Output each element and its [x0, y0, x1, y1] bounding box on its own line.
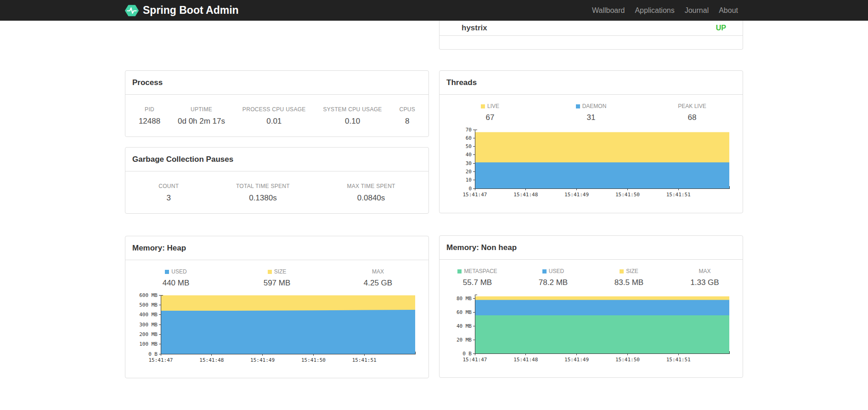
svg-text:15:41:48: 15:41:48 [199, 357, 224, 363]
svg-text:15:41:51: 15:41:51 [666, 192, 691, 198]
legend-item-used: USED 78.2 MB [515, 268, 591, 287]
svg-text:80 MB: 80 MB [457, 296, 472, 302]
svg-text:300 MB: 300 MB [139, 322, 158, 328]
stat-gc-total-time: TOTAL TIME SPENT 0.1380s [236, 183, 290, 203]
process-stats: PID 12488 UPTIME 0d 0h 2m 17s PROCESS CP… [125, 95, 428, 137]
svg-text:50: 50 [466, 143, 472, 149]
health-card: hystrix UP [439, 21, 743, 50]
threads-legend: LIVE 67 DAEMON 31 PEAK LIVE 6 [440, 103, 743, 122]
heap-legend: USED 440 MB SIZE 597 MB MAX 4 [125, 268, 428, 288]
gc-stats: COUNT 3 TOTAL TIME SPENT 0.1380s MAX TIM… [125, 171, 428, 214]
card-title: Garbage Collection Pauses [132, 155, 233, 164]
main-content: Process PID 12488 UPTIME 0d 0h 2m 17s PR… [125, 21, 743, 378]
legend-color-swatch [542, 269, 547, 273]
svg-text:0 B: 0 B [148, 351, 158, 357]
svg-text:15:41:47: 15:41:47 [463, 192, 487, 198]
brand-logo-icon [125, 4, 139, 17]
legend-item-peak-live: PEAK LIVE 68 [642, 103, 743, 122]
health-row-hystrix: hystrix UP [440, 21, 743, 36]
card-title: Memory: Non heap [446, 243, 517, 252]
svg-text:15:41:50: 15:41:50 [615, 192, 640, 198]
status-badge: UP [716, 24, 726, 32]
card-title: Memory: Heap [132, 244, 186, 253]
svg-text:500 MB: 500 MB [139, 302, 158, 308]
brand-title: Spring Boot Admin [143, 4, 239, 17]
legend-color-swatch [268, 270, 272, 274]
card-title: Process [132, 78, 163, 87]
stat-pid: PID 12488 [139, 106, 160, 126]
process-card: Process PID 12488 UPTIME 0d 0h 2m 17s PR… [125, 70, 429, 137]
gc-card-header: Garbage Collection Pauses [125, 148, 428, 171]
nav-link-about[interactable]: About [714, 6, 743, 15]
stat-system-cpu: SYSTEM CPU USAGE 0.10 [323, 106, 382, 126]
card-title: Threads [446, 78, 477, 87]
threads-card: Threads LIVE 67 DAEMON 31 [439, 70, 743, 213]
stat-cpus: CPUS 8 [400, 106, 416, 126]
stat-uptime: UPTIME 0d 0h 2m 17s [178, 106, 225, 126]
svg-text:70: 70 [466, 127, 472, 133]
brand-link[interactable]: Spring Boot Admin [125, 4, 239, 17]
nonheap-legend: METASPACE 55.7 MB USED 78.2 MB SIZE [440, 268, 743, 287]
svg-text:400 MB: 400 MB [139, 312, 158, 318]
right-column: hystrix UP Threads LIVE 67 [439, 21, 743, 378]
legend-color-swatch [165, 270, 169, 274]
heap-memory-card: Memory: Heap USED 440 MB SIZE 597 MB [125, 236, 429, 378]
left-column: Process PID 12488 UPTIME 0d 0h 2m 17s PR… [125, 21, 429, 378]
svg-text:15:41:48: 15:41:48 [513, 357, 538, 363]
svg-text:15:41:51: 15:41:51 [666, 357, 691, 363]
nonheap-memory-chart: 0 B20 MB40 MB60 MB80 MB15:41:4715:41:481… [440, 287, 743, 365]
health-indicator-name: hystrix [462, 23, 487, 33]
svg-text:0 B: 0 B [462, 351, 472, 357]
legend-item-live: LIVE 67 [440, 103, 541, 122]
nav-link-wallboard[interactable]: Wallboard [587, 6, 630, 15]
svg-text:15:41:50: 15:41:50 [301, 357, 326, 363]
svg-text:60 MB: 60 MB [457, 309, 472, 315]
process-card-header: Process [125, 71, 428, 95]
nav-link-applications[interactable]: Applications [630, 6, 679, 15]
legend-item-max: MAX 1.33 GB [667, 268, 743, 287]
stat-process-cpu: PROCESS CPU USAGE 0.01 [242, 106, 306, 126]
nav-link-journal[interactable]: Journal [680, 6, 714, 15]
threads-card-header: Threads [440, 71, 743, 95]
svg-text:15:41:47: 15:41:47 [149, 357, 173, 363]
stat-gc-max-time: MAX TIME SPENT 0.0840s [347, 183, 395, 203]
gc-card: Garbage Collection Pauses COUNT 3 TOTAL … [125, 147, 429, 214]
svg-text:20 MB: 20 MB [457, 337, 472, 343]
svg-text:15:41:49: 15:41:49 [250, 357, 275, 363]
svg-text:40: 40 [466, 152, 472, 158]
svg-text:600 MB: 600 MB [139, 292, 158, 298]
legend-color-swatch [481, 104, 485, 108]
svg-text:10: 10 [466, 177, 472, 183]
svg-text:15:41:48: 15:41:48 [513, 192, 538, 198]
svg-text:15:41:51: 15:41:51 [352, 357, 377, 363]
legend-color-swatch [576, 104, 580, 108]
svg-text:20: 20 [466, 169, 472, 175]
legend-item-size: SIZE 83.5 MB [591, 268, 667, 287]
legend-item-used: USED 440 MB [125, 268, 226, 288]
legend-item-size: SIZE 597 MB [226, 268, 327, 288]
legend-color-swatch [620, 269, 624, 273]
legend-item-daemon: DAEMON 31 [541, 103, 642, 122]
nav-links: Wallboard Applications Journal About [587, 6, 743, 15]
svg-text:200 MB: 200 MB [139, 331, 158, 337]
legend-color-swatch [457, 269, 462, 273]
top-navbar: Spring Boot Admin Wallboard Applications… [0, 0, 868, 21]
svg-text:15:41:49: 15:41:49 [564, 192, 589, 198]
threads-chart: 01020304050607015:41:4715:41:4815:41:491… [440, 122, 743, 200]
nonheap-memory-card: Memory: Non heap METASPACE 55.7 MB USED … [439, 235, 743, 378]
stat-gc-count: COUNT 3 [158, 183, 179, 203]
heap-memory-chart: 0 B100 MB200 MB300 MB400 MB500 MB600 MB1… [125, 288, 428, 366]
svg-text:40 MB: 40 MB [457, 323, 472, 329]
svg-text:15:41:47: 15:41:47 [463, 357, 487, 363]
nonheap-card-header: Memory: Non heap [440, 236, 743, 260]
legend-item-max: MAX 4.25 GB [327, 268, 428, 288]
legend-item-metaspace: METASPACE 55.7 MB [440, 268, 515, 287]
heap-card-header: Memory: Heap [125, 236, 428, 260]
svg-text:0: 0 [468, 186, 472, 192]
svg-text:15:41:50: 15:41:50 [615, 357, 640, 363]
svg-text:60: 60 [466, 135, 472, 141]
svg-text:15:41:49: 15:41:49 [564, 357, 589, 363]
svg-text:100 MB: 100 MB [139, 341, 158, 347]
svg-text:30: 30 [466, 160, 472, 166]
